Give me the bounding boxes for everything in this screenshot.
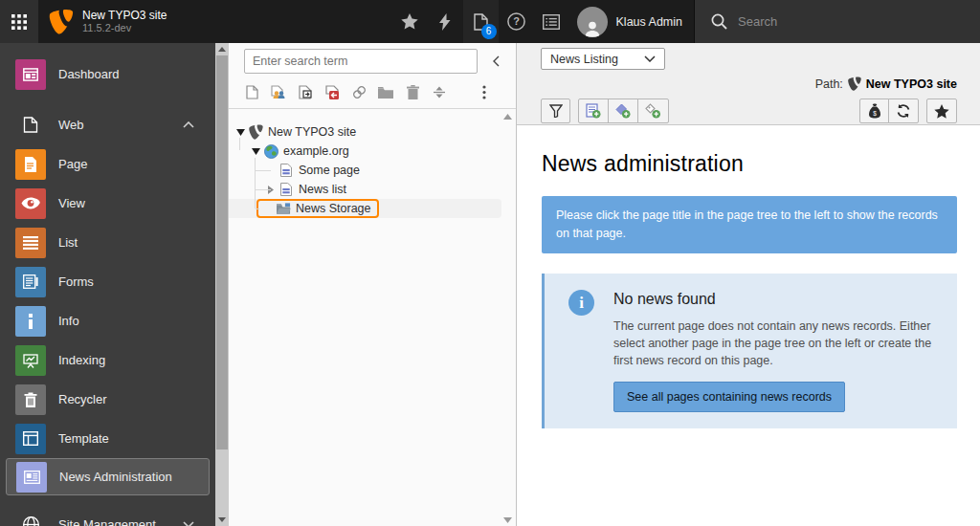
info-icon <box>15 306 46 337</box>
scrollbar-thumb[interactable] <box>216 55 228 449</box>
expander-open-icon[interactable] <box>248 148 263 155</box>
info-circle-icon: i <box>568 290 594 316</box>
sidebar-section-label: Web <box>58 118 84 132</box>
sidebar-item-indexing[interactable]: Indexing <box>0 340 215 380</box>
sidebar-section-label: Site Management <box>58 517 156 526</box>
see-all-pages-button[interactable]: See all pages containing news records <box>613 382 845 412</box>
page-users-icon[interactable] <box>271 84 286 99</box>
sidebar-item-view[interactable]: View <box>0 184 215 223</box>
username: Klaus Admin <box>616 15 682 29</box>
scroll-down-arrow[interactable] <box>215 514 229 526</box>
svg-text:$: $ <box>873 110 877 117</box>
sidebar-section-web[interactable]: Web <box>0 105 215 144</box>
expander-open-icon[interactable] <box>233 129 248 136</box>
bookmark-button[interactable] <box>926 99 957 123</box>
sidebar-item-dashboard[interactable]: Dashboard <box>0 55 215 94</box>
sidebar-item-label: Page <box>58 157 87 171</box>
sidebar-item-label: Forms <box>58 274 94 289</box>
sidebar-item-recycler[interactable]: Recycler <box>0 380 215 419</box>
brand[interactable]: New TYPO3 site 11.5.2-dev <box>38 0 176 43</box>
user-menu[interactable]: Klaus Admin <box>569 0 694 43</box>
tree-scroll-up-arrow[interactable] <box>503 114 512 120</box>
page-move-icon[interactable] <box>298 84 313 99</box>
site-version: 11.5.2-dev <box>82 22 167 34</box>
tree-scroll-down-arrow[interactable] <box>503 517 512 523</box>
topbar-search[interactable] <box>694 0 980 43</box>
chevron-up-icon <box>183 121 194 128</box>
page-tree: New TYPO3 site example.org Some page <box>229 109 516 218</box>
typo3-record-icon <box>848 77 861 91</box>
page-new-after-icon[interactable] <box>324 84 340 99</box>
page-title: News administration <box>542 151 957 177</box>
expand-collapse-icon[interactable] <box>432 84 447 99</box>
add-tags-button[interactable] <box>637 99 669 123</box>
tree-node-label: News Storage <box>296 202 371 215</box>
star-icon <box>401 13 418 30</box>
sidebar-item-label: View <box>58 196 85 210</box>
add-news-icon <box>586 103 601 119</box>
tree-node-some-page[interactable]: Some page <box>229 161 516 180</box>
add-news-button[interactable] <box>578 99 609 123</box>
page-doc-icon <box>278 182 294 197</box>
collapse-tree-button[interactable] <box>487 51 504 72</box>
folder-icon[interactable] <box>378 84 393 99</box>
web-icon <box>15 110 46 141</box>
forms-icon <box>15 267 46 297</box>
help-button[interactable]: ? <box>499 0 534 43</box>
sidebar-item-forms[interactable]: Forms <box>0 262 215 301</box>
sidebar-item-list[interactable]: List <box>0 223 215 262</box>
filter-button[interactable] <box>541 99 570 123</box>
tree-node-news-storage[interactable]: News Storage <box>229 199 501 218</box>
sidebar-item-label: Info <box>58 314 79 328</box>
docheader: News Listing Path: New TYPO3 site <box>517 43 980 125</box>
search-input[interactable] <box>738 14 929 29</box>
tree-node-label: New TYPO3 site <box>268 125 356 139</box>
link-icon[interactable] <box>351 84 367 99</box>
list-module-icon <box>15 228 46 258</box>
system-information-button[interactable] <box>534 0 569 43</box>
path-label: Path: <box>815 77 843 91</box>
sidebar-item-label: Template <box>58 431 109 446</box>
no-news-callout: i No news found The current page does no… <box>542 274 957 428</box>
callout-title: No news found <box>613 291 942 308</box>
cache-button[interactable]: $ <box>859 99 889 123</box>
typo3-site-icon <box>248 124 263 140</box>
sidebar-item-template[interactable]: Template <box>0 419 215 458</box>
folder-open-icon <box>276 201 291 216</box>
clear-cache-button[interactable] <box>428 0 463 43</box>
function-select[interactable]: News Listing <box>541 48 665 70</box>
filter-icon <box>549 104 563 118</box>
sidebar-item-info[interactable]: Info <box>0 301 215 340</box>
tree-node-example-org[interactable]: example.org <box>229 142 516 161</box>
avatar <box>577 7 608 37</box>
trash-icon[interactable] <box>405 84 420 99</box>
kebab-menu-icon[interactable] <box>477 84 492 99</box>
bookmarks-button[interactable] <box>392 0 428 43</box>
opened-documents-button[interactable]: 6 <box>463 0 499 43</box>
sidebar-item-label: Indexing <box>58 353 105 367</box>
sidebar-item-page[interactable]: Page <box>0 144 215 184</box>
new-page-icon[interactable] <box>244 84 259 99</box>
tree-search-input[interactable] <box>244 49 478 74</box>
module-menu-scrollbar[interactable] <box>215 43 229 526</box>
apps-grid-icon <box>11 14 27 30</box>
tree-node-label: example.org <box>283 144 349 158</box>
scroll-up-arrow[interactable] <box>215 43 229 55</box>
info-alert: Please click the page title in the page … <box>542 196 957 253</box>
tree-node-label: Some page <box>299 164 360 177</box>
dashboard-icon <box>15 59 46 90</box>
sidebar-item-news-administration[interactable]: News Administration <box>6 458 210 495</box>
tree-node-news-list[interactable]: News list <box>229 180 516 199</box>
topbar: New TYPO3 site 11.5.2-dev 6 ? Klaus Admi… <box>0 0 980 43</box>
refresh-button[interactable] <box>888 99 919 123</box>
site-globe-icon <box>263 143 278 159</box>
page-tree-panel: New TYPO3 site example.org Some page <box>229 43 517 526</box>
bolt-icon <box>439 13 451 31</box>
cache-icon: $ <box>868 103 881 119</box>
module-menu-toggle[interactable] <box>0 0 38 43</box>
add-tag-icon <box>615 103 631 119</box>
sidebar-section-site-management[interactable]: Site Management <box>0 505 215 526</box>
tree-node-root[interactable]: New TYPO3 site <box>229 122 516 142</box>
add-tag-button[interactable] <box>608 99 638 123</box>
indexing-icon <box>15 345 46 376</box>
